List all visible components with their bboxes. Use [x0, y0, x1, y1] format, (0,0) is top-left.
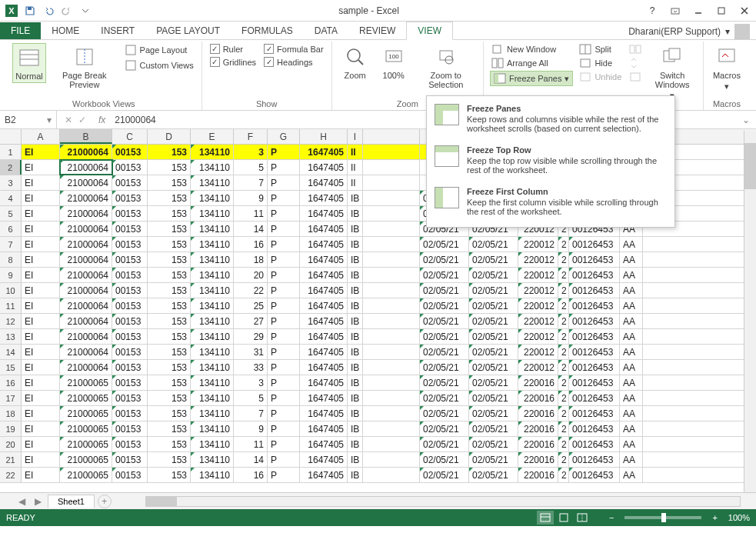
cell[interactable]: EI: [22, 175, 60, 190]
cell[interactable]: IB: [348, 421, 363, 436]
cell[interactable]: IB: [348, 360, 363, 375]
cell[interactable]: [363, 452, 420, 467]
cell[interactable]: 1647405: [300, 191, 348, 205]
cell[interactable]: 21000065: [60, 468, 112, 482]
cell[interactable]: IB: [348, 268, 363, 282]
cell[interactable]: 153: [148, 145, 191, 159]
cell[interactable]: P: [268, 175, 300, 190]
cell[interactable]: 00153: [112, 406, 148, 421]
cell[interactable]: 00126453: [569, 329, 620, 344]
expand-formula-bar-icon[interactable]: ⌄: [736, 115, 756, 125]
cell[interactable]: 02/05/21: [469, 452, 518, 467]
cell[interactable]: 1647405: [300, 468, 348, 482]
cell[interactable]: 220016: [518, 375, 558, 390]
name-box[interactable]: B2 ▾: [0, 111, 57, 128]
ruler-checkbox[interactable]: ✓Ruler: [208, 43, 258, 55]
cell[interactable]: 134110: [191, 421, 234, 436]
sync-scroll-button[interactable]: [628, 57, 643, 69]
normal-view-icon[interactable]: [537, 511, 554, 525]
cell[interactable]: 134110: [191, 437, 234, 451]
cell[interactable]: 02/05/21: [469, 345, 518, 359]
cell[interactable]: 220016: [518, 452, 558, 467]
row-header[interactable]: 6: [0, 222, 22, 236]
cell[interactable]: 220012: [518, 314, 558, 328]
cell[interactable]: 02/05/21: [469, 406, 518, 421]
cell[interactable]: 02/05/21: [469, 391, 518, 405]
cell[interactable]: 00153: [112, 329, 148, 344]
cell[interactable]: 134110: [191, 298, 234, 313]
cell[interactable]: P: [268, 345, 300, 359]
cell[interactable]: 1647405: [300, 391, 348, 405]
cell[interactable]: P: [268, 437, 300, 451]
cell[interactable]: IB: [348, 222, 363, 236]
cell[interactable]: P: [268, 329, 300, 344]
cell[interactable]: 1647405: [300, 360, 348, 375]
cell[interactable]: 2: [558, 437, 569, 451]
cell[interactable]: 153: [148, 375, 191, 390]
cell[interactable]: 29: [234, 329, 268, 344]
cell[interactable]: AA: [620, 468, 643, 482]
cell[interactable]: 02/05/21: [420, 421, 469, 436]
cell[interactable]: EI: [22, 237, 60, 252]
cell[interactable]: 02/05/21: [469, 283, 518, 298]
cell[interactable]: 00153: [112, 283, 148, 298]
cell[interactable]: 1647405: [300, 268, 348, 282]
cell[interactable]: 02/05/21: [469, 360, 518, 375]
cell[interactable]: 2: [558, 252, 569, 267]
cell[interactable]: 00126453: [569, 252, 620, 267]
cell[interactable]: 21000064: [60, 160, 112, 175]
cell[interactable]: 2: [558, 406, 569, 421]
cell[interactable]: 3: [234, 375, 268, 390]
column-header[interactable]: D: [148, 129, 191, 144]
cell[interactable]: 220016: [518, 468, 558, 482]
cell[interactable]: 21000064: [60, 252, 112, 267]
cell[interactable]: [363, 191, 420, 205]
cell[interactable]: EI: [22, 421, 60, 436]
cell[interactable]: 21000064: [60, 298, 112, 313]
cell[interactable]: 21000065: [60, 406, 112, 421]
cell[interactable]: 2: [558, 237, 569, 252]
scrollbar-thumb[interactable]: [744, 143, 756, 189]
cell[interactable]: [363, 222, 420, 236]
cell[interactable]: 220012: [518, 237, 558, 252]
cell[interactable]: 153: [148, 406, 191, 421]
cell[interactable]: 00153: [112, 206, 148, 221]
cell[interactable]: IB: [348, 452, 363, 467]
cell[interactable]: 2: [558, 452, 569, 467]
cell[interactable]: 21000064: [60, 145, 112, 159]
cell[interactable]: 1647405: [300, 329, 348, 344]
cell[interactable]: 00153: [112, 452, 148, 467]
add-sheet-button[interactable]: +: [98, 495, 112, 508]
row-header[interactable]: 13: [0, 329, 22, 344]
row-header[interactable]: 11: [0, 298, 22, 313]
select-all-corner[interactable]: [0, 129, 22, 144]
formula-bar-checkbox[interactable]: ✓Formula Bar: [262, 43, 325, 55]
cell[interactable]: 00153: [112, 252, 148, 267]
cell[interactable]: 153: [148, 345, 191, 359]
cell[interactable]: [363, 283, 420, 298]
cell[interactable]: 220012: [518, 252, 558, 267]
row-header[interactable]: 18: [0, 406, 22, 421]
cell[interactable]: 00153: [112, 437, 148, 451]
column-header[interactable]: F: [234, 129, 268, 144]
cell[interactable]: 220012: [518, 283, 558, 298]
cell[interactable]: AA: [620, 329, 643, 344]
cell[interactable]: 00153: [112, 375, 148, 390]
cell[interactable]: [363, 345, 420, 359]
normal-view-button[interactable]: Normal: [12, 43, 46, 83]
cell[interactable]: P: [268, 283, 300, 298]
cell[interactable]: 153: [148, 314, 191, 328]
cell[interactable]: AA: [620, 252, 643, 267]
cell[interactable]: 02/05/21: [420, 268, 469, 282]
switch-windows-button[interactable]: Switch Windows▾: [648, 43, 697, 102]
horizontal-scrollbar[interactable]: [145, 496, 741, 507]
cell[interactable]: 02/05/21: [420, 406, 469, 421]
cell[interactable]: 5: [234, 160, 268, 175]
cell[interactable]: 134110: [191, 206, 234, 221]
cell[interactable]: 02/05/21: [420, 452, 469, 467]
cell[interactable]: IB: [348, 329, 363, 344]
cell[interactable]: 02/05/21: [420, 437, 469, 451]
zoom-out-button[interactable]: −: [606, 513, 617, 522]
cell[interactable]: 153: [148, 421, 191, 436]
cell[interactable]: 220016: [518, 437, 558, 451]
